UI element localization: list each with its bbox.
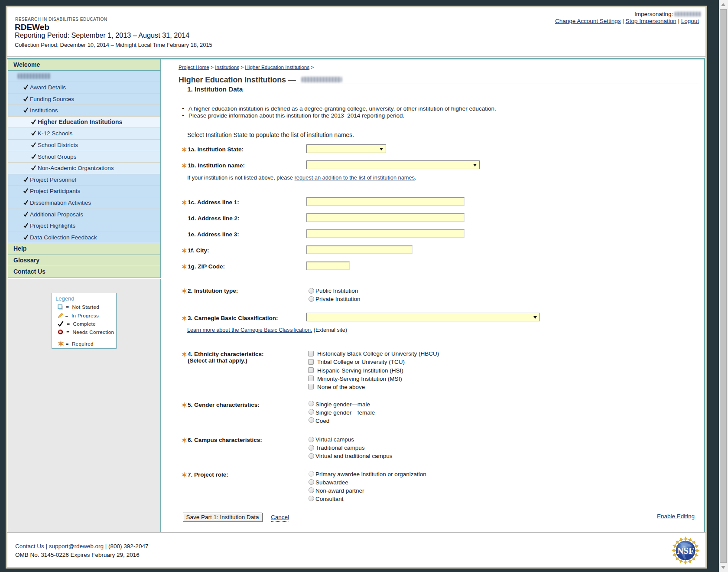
svg-text:NSF: NSF <box>677 546 694 556</box>
